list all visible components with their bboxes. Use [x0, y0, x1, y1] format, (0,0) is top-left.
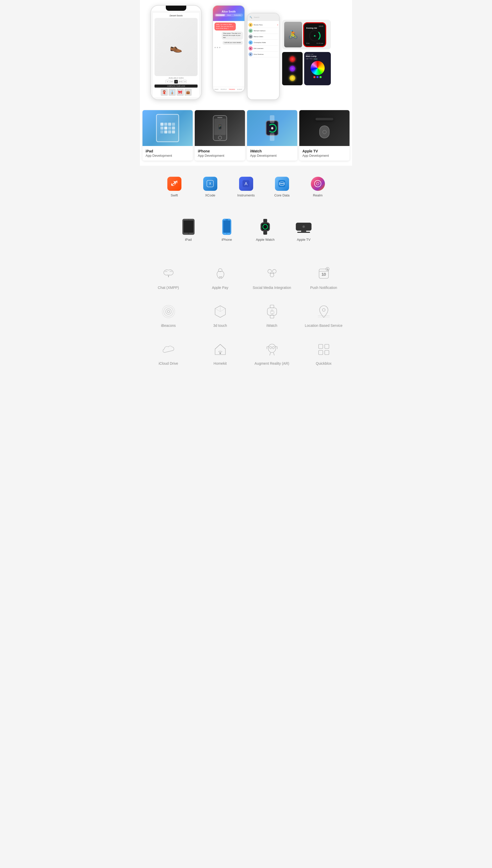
- svg-point-42: [162, 305, 175, 318]
- svg-point-14: [188, 219, 189, 220]
- svg-point-29: [268, 270, 272, 273]
- chat-msg-2: Okay great. The plan is to discuss the s…: [222, 31, 243, 40]
- chat-footer: FEED PEOPLE TRENDS EVENT COMMUNITY: [213, 87, 244, 92]
- color-dot-green[interactable]: [320, 76, 322, 78]
- chat-header: Alice Smith Messaging About Subscribe: [213, 6, 244, 21]
- appletv-mockup-hero: [316, 118, 334, 138]
- app-icon-11: [168, 130, 171, 133]
- chat-typing: [215, 47, 243, 48]
- ipad-mockup-hero: [156, 114, 179, 142]
- color-wheel[interactable]: [311, 61, 325, 75]
- push-notification-icon-wrap: 10 !: [315, 264, 333, 282]
- service-iwatch: iWatch: [249, 303, 295, 328]
- tech-xcode: X XCode: [200, 176, 220, 197]
- watch-time-display: 16:20: [306, 25, 323, 27]
- coredata-icon-wrap: [274, 176, 290, 191]
- service-location: Location Based Service: [300, 303, 347, 328]
- appletv-card[interactable]: Apple TV App Development: [299, 110, 349, 160]
- complete-look-bar: COMPLETE YOUR LOOK: [154, 84, 198, 87]
- chat-tab-about[interactable]: About: [226, 14, 232, 16]
- services-row-2: iBeacons 3d touch: [145, 303, 347, 328]
- iwatch-strap-top: [270, 115, 274, 123]
- social-media-icon-wrap: [263, 264, 281, 282]
- svg-point-31: [270, 273, 274, 277]
- svg-point-50: [322, 308, 325, 311]
- smarthome-display: Dance Hall Main Lamp Light Temp Color: [282, 52, 331, 85]
- chat-xmpp-icon-wrap: [159, 264, 177, 282]
- contact-marisa[interactable]: M Marisa Colton: [249, 34, 278, 40]
- light-red: [290, 56, 295, 62]
- apple-tv-device-icon: [295, 218, 313, 236]
- service-apple-pay: Apple Pay: [197, 264, 243, 290]
- app-icon-7: [168, 127, 171, 130]
- homekit-icon: [213, 342, 227, 357]
- svg-point-41: [164, 307, 173, 316]
- ipad-screen-grid: [159, 121, 176, 135]
- coredata-icon: [275, 177, 289, 191]
- swift-label: Swift: [171, 194, 178, 197]
- smart-tab-light[interactable]: Light: [306, 58, 309, 60]
- svg-point-54: [268, 344, 275, 352]
- tech-coredata: Core Data: [272, 176, 292, 197]
- size-85[interactable]: 8.5: [170, 80, 173, 83]
- services-row-gap-1: [145, 290, 347, 303]
- chat-footer-nav4[interactable]: EVENT: [237, 88, 242, 90]
- svg-rect-26: [297, 232, 310, 233]
- svg-text:10: 10: [322, 272, 326, 276]
- color-dot-red[interactable]: [313, 76, 316, 78]
- size-13[interactable]: 13: [183, 80, 187, 83]
- iwatch-mockup-hero: ⌚: [266, 110, 278, 146]
- color-dot-blue[interactable]: [317, 76, 319, 78]
- contact-search: 🔍 Search: [248, 13, 279, 21]
- contact-christopher[interactable]: C Christopher Abble: [249, 40, 278, 46]
- contact-michael[interactable]: M Michael Clarkson: [249, 28, 278, 34]
- contact-erik[interactable]: E Erik Laramara: [249, 46, 278, 51]
- svg-point-10: [317, 182, 319, 185]
- svg-point-18: [226, 233, 227, 234]
- chat-footer-nav1[interactable]: FEED: [215, 88, 219, 90]
- xcode-icon: X: [203, 177, 217, 191]
- iwatch-display: ⌚: [266, 120, 278, 136]
- instruments-label: Instruments: [237, 194, 255, 197]
- app-icon-4: [172, 123, 175, 126]
- contact-name-marisa: Marisa Colton: [254, 36, 263, 37]
- contact-avatar-michael: M: [249, 29, 253, 33]
- iphone-home-btn: [218, 136, 222, 139]
- devices-section: iPad iPhone: [140, 207, 352, 252]
- chat-footer-nav3[interactable]: TRENDS: [229, 88, 235, 90]
- icloud-icon-wrap: [159, 340, 177, 358]
- realm-icon-wrap: [310, 176, 325, 191]
- size-8[interactable]: 8: [166, 80, 169, 83]
- app-icon-10: [164, 130, 167, 133]
- chat-footer-nav5[interactable]: COMMUNITY: [244, 88, 245, 90]
- chat-tab-subscribe[interactable]: Subscribe: [233, 14, 242, 16]
- chat-tab-messaging[interactable]: Messaging: [216, 14, 225, 16]
- contact-list: B Brooke Pena ● M Michael Clarkson M: [248, 21, 279, 99]
- contact-brooke[interactable]: B Brooke Pena ●: [249, 22, 278, 28]
- realm-icon: [311, 177, 325, 191]
- contact-badge-brooke: ●: [277, 24, 278, 26]
- smart-tab-color[interactable]: Color: [313, 58, 318, 60]
- chat-footer-nav2[interactable]: PEOPLE: [221, 88, 227, 90]
- appletv-card-title: Apple TV: [302, 149, 346, 153]
- iphone-card-info: iPhone App Development: [195, 146, 245, 160]
- iphone-camera: [217, 117, 222, 118]
- ipad-card-title: iPad: [146, 149, 190, 153]
- svg-line-62: [273, 352, 274, 355]
- quickblox-label: Quickblox: [316, 361, 331, 365]
- ipad-card[interactable]: iPad App Development: [143, 110, 193, 160]
- app-icon-8: [172, 127, 175, 130]
- iphone-card[interactable]: 📱 iPhone App Development: [195, 110, 245, 160]
- instruments-icon-wrap: A: [238, 176, 254, 191]
- shoe-app-title: Desert boots: [154, 14, 198, 17]
- iwatch-card[interactable]: ⌚ iWatch App Development: [247, 110, 297, 160]
- svg-point-39: [167, 310, 169, 312]
- size-9[interactable]: 9: [174, 80, 178, 83]
- svg-text:A: A: [244, 181, 248, 186]
- instruments-icon: A: [239, 177, 253, 191]
- contact-erica[interactable]: E Erica Sanimas: [249, 51, 278, 57]
- location-icon-wrap: [315, 303, 333, 321]
- iphone-card-image: 📱: [195, 110, 245, 146]
- smart-tab-temp[interactable]: Temp: [309, 58, 312, 60]
- size-105[interactable]: 10.5: [179, 80, 182, 83]
